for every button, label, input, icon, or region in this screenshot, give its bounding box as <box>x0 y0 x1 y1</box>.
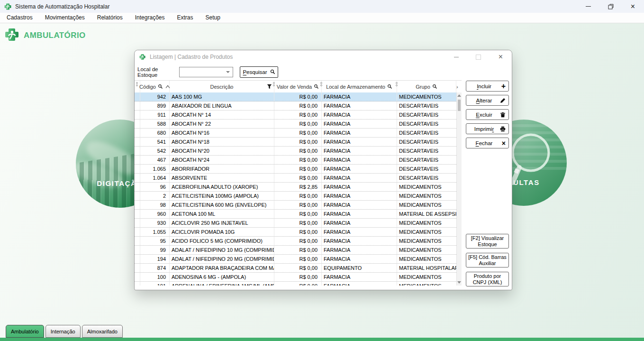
table-row[interactable]: 467ABOCATH N°24R$ 0,00FARMACIADESCARTAVE… <box>135 156 456 165</box>
cell-grp: MATERIAL DE ASSEPSIA <box>397 210 456 218</box>
cell-desc: ACIDO FOLICO 5 MG (COMPRIMIDO) <box>170 237 274 245</box>
cell-price: R$ 0,00 <box>274 228 322 236</box>
incluir-button[interactable]: Incluir+ <box>466 81 509 92</box>
table-row[interactable]: 1.065ABORRIFADORR$ 0,00FARMACIADESCARTAV… <box>135 165 456 174</box>
column-header-descricao[interactable]: Descrição <box>170 81 274 92</box>
imprimir-button[interactable]: Imprimir <box>466 123 509 134</box>
search-button[interactable]: Pesquisar <box>240 66 278 78</box>
close-icon[interactable]: × <box>490 50 512 64</box>
cell-desc: ACICLOVIR POMADA 10G <box>170 228 274 236</box>
cell-ind <box>135 210 140 218</box>
table-row[interactable]: 680ABOCATH N°16R$ 0,00FARMACIADESCARTAVE… <box>135 129 456 138</box>
table-row[interactable]: 874ADAPTADOR PARA BRAÇADEIRA COM MANGR$ … <box>135 264 456 273</box>
bottom-accent-bar <box>0 338 644 341</box>
cell-loc: FARMACIA <box>322 282 397 286</box>
cell-grp: DESCARTAVEIS <box>397 156 456 164</box>
table-row[interactable]: 100ADENOSINA 6 MG - (AMPOLA)R$ 0,00FARMA… <box>135 273 456 282</box>
minimize-icon[interactable] <box>577 0 599 13</box>
column-header-valor-de-venda[interactable]: Valor de Venda <box>274 81 322 92</box>
cell-desc: ACETILCISTEINA 100MG (AMPOLA) <box>170 192 274 200</box>
tab-almoxarifado[interactable]: Almoxarifado <box>82 325 123 338</box>
close-icon[interactable]: × <box>622 0 644 13</box>
grid-scrollbar[interactable] <box>456 92 462 286</box>
search-icon[interactable] <box>314 84 319 89</box>
cell-grp: DESCARTAVEIS <box>397 174 456 182</box>
cell-code: 467 <box>140 156 170 164</box>
cell-ind <box>135 246 140 254</box>
search-icon[interactable] <box>158 84 163 89</box>
maximize-icon[interactable] <box>467 50 490 64</box>
stock-location-select[interactable] <box>179 67 233 77</box>
cell-loc: FARMACIA <box>322 246 397 254</box>
column-header-codigo[interactable]: Código <box>140 81 170 92</box>
dialog-logo-icon <box>139 54 146 60</box>
cell-price: R$ 0,00 <box>274 101 322 110</box>
chevron-right-icon[interactable]: › <box>456 81 462 92</box>
cell-loc: FARMACIA <box>322 129 397 137</box>
restore-icon[interactable] <box>599 0 622 13</box>
f5-cod-barras-auxiliar-button[interactable]: [F5] Cód. BarrasAuxiliar <box>466 253 509 267</box>
table-row[interactable]: 541ABOCATH N°18R$ 0,00FARMACIADESCARTAVE… <box>135 138 456 147</box>
produto-por-cnpj-xml-button[interactable]: Produto porCNPJ (XML) <box>466 272 509 286</box>
menu-item-extras[interactable]: Extras <box>171 13 200 23</box>
table-row[interactable]: 96ACEBROFILINA ADULTO (XAROPE)R$ 2,85FAR… <box>135 183 456 192</box>
table-row[interactable]: 960ACETONA 100 MLR$ 0,00FARMACIAMATERIAL… <box>135 210 456 219</box>
filter-icon[interactable] <box>267 84 272 89</box>
table-row[interactable]: 542ABOCATH N°20R$ 0,00FARMACIADESCARTAVE… <box>135 147 456 156</box>
dialog-titlebar[interactable]: Listagem | Cadastro de Produtos × <box>135 50 512 64</box>
table-row[interactable]: 911ABOCATH N° 14R$ 0,00FARMACIADESCARTAV… <box>135 111 456 120</box>
cell-loc: FARMACIA <box>322 210 397 218</box>
table-row[interactable]: 930ACICLOVIR 250 MG INJETAVELR$ 0,00FARM… <box>135 219 456 228</box>
brand-logo-icon <box>4 27 20 44</box>
cell-loc: FARMACIA <box>322 237 397 245</box>
pencil-icon <box>500 95 506 105</box>
fechar-button[interactable]: Fechar× <box>466 138 509 148</box>
search-icon[interactable] <box>432 84 437 89</box>
table-row[interactable]: 899ABAIXADOR DE LINGUAR$ 0,00FARMACIADES… <box>135 101 456 111</box>
table-row[interactable]: 99ADALAT / NIFEDIPINO 10 MG (COMPRIMIDOR… <box>135 246 456 255</box>
cell-ind <box>135 237 140 245</box>
table-row[interactable]: 1.055ACICLOVIR POMADA 10GR$ 0,00FARMACIA… <box>135 228 456 237</box>
grid-body: 942AAS 100 MGR$ 0,00FARMACIAMEDICAMENTOS… <box>135 92 456 286</box>
alterar-button[interactable]: Alterar <box>466 95 509 106</box>
cell-grp: MEDICAMENTOS <box>397 201 456 209</box>
excluir-button[interactable]: Excluir <box>466 109 509 120</box>
table-row[interactable]: 101ADRENALINA / EPINEFRINA 1MG/ML (AMPOR… <box>135 282 456 286</box>
column-header-local-de-armazenamento[interactable]: Local de Armazenamento <box>322 81 397 92</box>
table-row[interactable]: 2ACETILCISTEINA 100MG (AMPOLA)R$ 0,00FAR… <box>135 192 456 201</box>
cell-grp: MEDICAMENTOS <box>397 183 456 191</box>
cell-ind <box>135 147 140 155</box>
cell-grp: DESCARTAVEIS <box>397 165 456 173</box>
cell-desc: ADRENALINA / EPINEFRINA 1MG/ML (AMPO <box>170 282 274 286</box>
scrollbar-thumb[interactable] <box>458 100 461 111</box>
menu-item-setup[interactable]: Setup <box>200 13 227 23</box>
cell-desc: ABOCATH N°18 <box>170 138 274 146</box>
tab-internacao[interactable]: Internação <box>45 325 81 338</box>
table-row[interactable]: 942AAS 100 MGR$ 0,00FARMACIAMEDICAMENTOS <box>135 92 456 101</box>
scroll-up-arrow-icon[interactable] <box>457 94 461 97</box>
cell-desc: ACICLOVIR 250 MG INJETAVEL <box>170 219 274 227</box>
cell-loc: FARMACIA <box>322 255 397 263</box>
table-row[interactable]: 194ADALAT / NIFEDIPINO 20 MG (COMPRIMIDO… <box>135 255 456 264</box>
menu-item-cadastros[interactable]: Cadastros <box>0 13 39 23</box>
fechar-button-label: Fechar <box>476 140 493 146</box>
tab-ambulatorio[interactable]: Ambulatório <box>6 325 44 338</box>
column-header-grupo[interactable]: Grupo <box>397 81 456 92</box>
menu-item-movimentacoes[interactable]: Movimentações <box>39 13 91 23</box>
menu-item-relatorios[interactable]: Relatórios <box>91 13 129 23</box>
products-grid: Código Descrição Valor de Venda <box>135 80 462 286</box>
search-icon[interactable] <box>387 84 392 89</box>
scroll-down-arrow-icon[interactable] <box>457 281 461 284</box>
table-row[interactable]: 588ABOCATH N° 22R$ 0,00FARMACIADESCARTAV… <box>135 120 456 129</box>
table-row[interactable]: 1.064ABSORVENTER$ 0,00FARMACIADESCARTAVE… <box>135 174 456 183</box>
cell-grp: DESCARTAVEIS <box>397 129 456 137</box>
table-row[interactable]: 95ACIDO FOLICO 5 MG (COMPRIMIDO)R$ 0,00F… <box>135 237 456 246</box>
cell-ind <box>135 219 140 227</box>
menu-item-integracoes[interactable]: Integrações <box>129 13 171 23</box>
cell-ind <box>135 282 140 286</box>
f2-visualizar-estoque-button[interactable]: [F2] VisualizarEstoque <box>466 234 509 249</box>
minimize-icon[interactable] <box>445 50 467 64</box>
app-titlebar: Sistema de Automatização Hospitalar × <box>0 0 644 13</box>
table-row[interactable]: 98ACETILCISTEINA 600 MG (ENVELOPE)R$ 0,0… <box>135 201 456 210</box>
cell-price: R$ 0,00 <box>274 174 322 182</box>
